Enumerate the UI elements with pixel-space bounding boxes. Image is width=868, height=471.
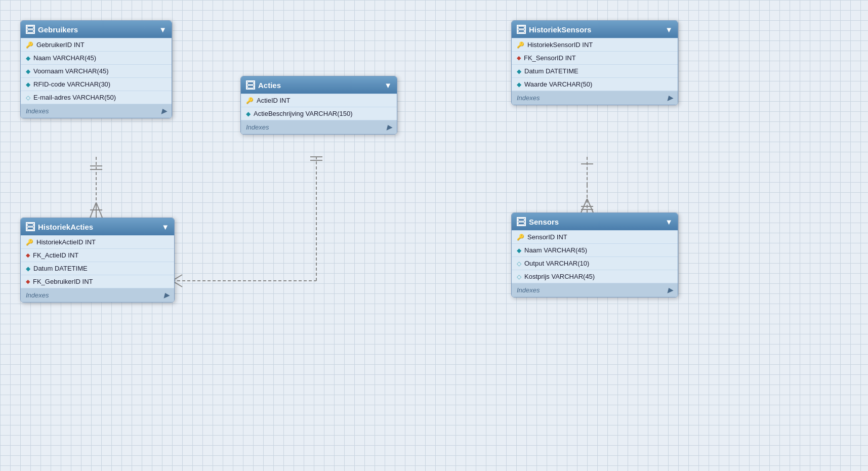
table-row: ◆ Datum DATETIME bbox=[512, 65, 678, 78]
field-name: Voornaam VARCHAR(45) bbox=[33, 67, 109, 75]
table-row: ◆ Datum DATETIME bbox=[21, 262, 174, 275]
field-name: E-mail-adres VARCHAR(50) bbox=[33, 94, 116, 101]
table-title: Gebruikers bbox=[38, 25, 78, 34]
table-title: HistoriekSensors bbox=[529, 25, 591, 34]
field-name: Kostprijs VARCHAR(45) bbox=[524, 273, 595, 280]
field-icon: ◆ bbox=[26, 81, 30, 88]
table-footer-sensors[interactable]: Indexes ▶ bbox=[512, 283, 678, 297]
field-name: HistoriekActieID INT bbox=[36, 238, 96, 246]
table-body-sensors: 🔑 SensorID INT ◆ Naam VARCHAR(45) ◇ Outp… bbox=[512, 230, 678, 283]
pk-icon: 🔑 bbox=[517, 234, 524, 241]
field-name: HistoriekSensorID INT bbox=[527, 41, 593, 49]
footer-arrow: ▶ bbox=[387, 123, 392, 131]
table-historiek-acties[interactable]: HistoriekActies ▼ 🔑 HistoriekActieID INT… bbox=[20, 218, 175, 303]
table-body-gebruikers: 🔑 GebruikerID INT ◆ Naam VARCHAR(45) ◆ V… bbox=[21, 38, 172, 104]
table-row: ◆ Voornaam VARCHAR(45) bbox=[21, 65, 172, 78]
table-footer-gebruikers[interactable]: Indexes ▶ bbox=[21, 104, 172, 118]
svg-rect-26 bbox=[247, 85, 254, 88]
field-name: GebruikerID INT bbox=[36, 41, 85, 49]
table-footer-acties[interactable]: Indexes ▶ bbox=[241, 120, 397, 134]
table-header-gebruikers: Gebruikers ▼ bbox=[21, 21, 172, 38]
footer-arrow: ▶ bbox=[161, 107, 167, 115]
table-row: ◆ Waarde VARCHAR(50) bbox=[512, 78, 678, 91]
indexes-label: Indexes bbox=[517, 286, 540, 294]
table-body-historiek-sensors: 🔑 HistoriekSensorID INT ◆ FK_SensorID IN… bbox=[512, 38, 678, 91]
indexes-label: Indexes bbox=[517, 94, 540, 102]
table-gebruikers[interactable]: Gebruikers ▼ 🔑 GebruikerID INT ◆ Naam VA… bbox=[20, 20, 172, 118]
field-name: RFID-code VARCHAR(30) bbox=[33, 80, 110, 88]
pk-icon: 🔑 bbox=[26, 41, 33, 49]
field-empty-icon: ◇ bbox=[517, 273, 521, 280]
indexes-label: Indexes bbox=[246, 123, 269, 131]
field-name: Waarde VARCHAR(50) bbox=[524, 80, 592, 88]
table-row: 🔑 HistoriekActieID INT bbox=[21, 235, 174, 249]
field-name: FK_SensorID INT bbox=[524, 54, 576, 62]
table-body-historiek-acties: 🔑 HistoriekActieID INT ◆ FK_ActieID INT … bbox=[21, 235, 174, 288]
table-title: Sensors bbox=[529, 218, 559, 226]
field-empty-icon: ◇ bbox=[26, 94, 30, 101]
svg-rect-32 bbox=[518, 222, 524, 225]
table-db-icon bbox=[517, 25, 526, 34]
table-header-sensors: Sensors ▼ bbox=[512, 213, 678, 230]
fk-icon: ◆ bbox=[26, 252, 30, 259]
field-icon: ◆ bbox=[517, 81, 521, 88]
dropdown-icon[interactable]: ▼ bbox=[161, 223, 169, 231]
table-acties[interactable]: Acties ▼ 🔑 ActieID INT ◆ ActieBeschrijvi… bbox=[240, 76, 397, 135]
fk-icon: ◆ bbox=[26, 278, 30, 285]
field-name: Naam VARCHAR(45) bbox=[524, 246, 587, 254]
table-db-icon bbox=[26, 222, 35, 231]
table-title: Acties bbox=[258, 81, 281, 90]
svg-line-21 bbox=[587, 199, 593, 212]
svg-line-20 bbox=[581, 199, 587, 212]
table-row: 🔑 SensorID INT bbox=[512, 230, 678, 244]
svg-line-6 bbox=[96, 202, 102, 218]
table-header-acties: Acties ▼ bbox=[241, 76, 397, 94]
dropdown-icon[interactable]: ▼ bbox=[384, 81, 392, 90]
field-icon: ◆ bbox=[517, 68, 521, 75]
dropdown-icon[interactable]: ▼ bbox=[665, 218, 673, 226]
field-name: Output VARCHAR(10) bbox=[524, 260, 589, 267]
table-header-historiek-sensors: HistoriekSensors ▼ bbox=[512, 21, 678, 38]
pk-icon: 🔑 bbox=[246, 97, 254, 104]
field-name: Datum DATETIME bbox=[524, 67, 578, 75]
svg-rect-25 bbox=[247, 82, 254, 84]
pk-icon: 🔑 bbox=[517, 41, 524, 49]
table-row: ◆ ActieBeschrijving VARCHAR(150) bbox=[241, 107, 397, 120]
field-name: FK_GebruikerID INT bbox=[33, 278, 93, 285]
field-name: Datum DATETIME bbox=[33, 265, 88, 272]
field-name: Naam VARCHAR(45) bbox=[33, 54, 96, 62]
table-row: ◆ FK_ActieID INT bbox=[21, 249, 174, 262]
footer-arrow: ▶ bbox=[164, 291, 169, 299]
table-footer-historiek-acties[interactable]: Indexes ▶ bbox=[21, 288, 174, 302]
field-icon: ◆ bbox=[26, 68, 30, 75]
svg-line-5 bbox=[90, 202, 96, 218]
table-row: ◆ FK_GebruikerID INT bbox=[21, 275, 174, 288]
table-sensors[interactable]: Sensors ▼ 🔑 SensorID INT ◆ Naam VARCHAR(… bbox=[511, 212, 678, 297]
svg-rect-29 bbox=[518, 26, 524, 29]
table-row: ◆ RFID-code VARCHAR(30) bbox=[21, 78, 172, 91]
field-icon: ◆ bbox=[26, 55, 30, 62]
indexes-label: Indexes bbox=[26, 107, 49, 115]
svg-rect-27 bbox=[27, 224, 33, 226]
table-body-acties: 🔑 ActieID INT ◆ ActieBeschrijving VARCHA… bbox=[241, 94, 397, 120]
table-row: ◆ FK_SensorID INT bbox=[512, 52, 678, 65]
pk-icon: 🔑 bbox=[26, 239, 33, 246]
table-row: 🔑 GebruikerID INT bbox=[21, 38, 172, 52]
indexes-label: Indexes bbox=[26, 291, 49, 299]
dropdown-icon[interactable]: ▼ bbox=[159, 25, 167, 34]
table-row: ◇ Output VARCHAR(10) bbox=[512, 257, 678, 270]
table-historiek-sensors[interactable]: HistoriekSensors ▼ 🔑 HistoriekSensorID I… bbox=[511, 20, 678, 105]
svg-rect-28 bbox=[27, 227, 33, 230]
table-row: ◆ Naam VARCHAR(45) bbox=[512, 244, 678, 257]
dropdown-icon[interactable]: ▼ bbox=[665, 25, 673, 34]
table-row: 🔑 ActieID INT bbox=[241, 94, 397, 107]
table-row: 🔑 HistoriekSensorID INT bbox=[512, 38, 678, 52]
table-db-icon bbox=[246, 80, 255, 90]
table-header-historiek-acties: HistoriekActies ▼ bbox=[21, 218, 174, 235]
field-icon: ◆ bbox=[26, 265, 30, 272]
footer-arrow: ▶ bbox=[668, 94, 673, 102]
table-footer-historiek-sensors[interactable]: Indexes ▶ bbox=[512, 91, 678, 105]
svg-rect-30 bbox=[518, 30, 524, 32]
field-name: ActieBeschrijving VARCHAR(150) bbox=[254, 110, 353, 117]
table-title: HistoriekActies bbox=[38, 223, 93, 231]
